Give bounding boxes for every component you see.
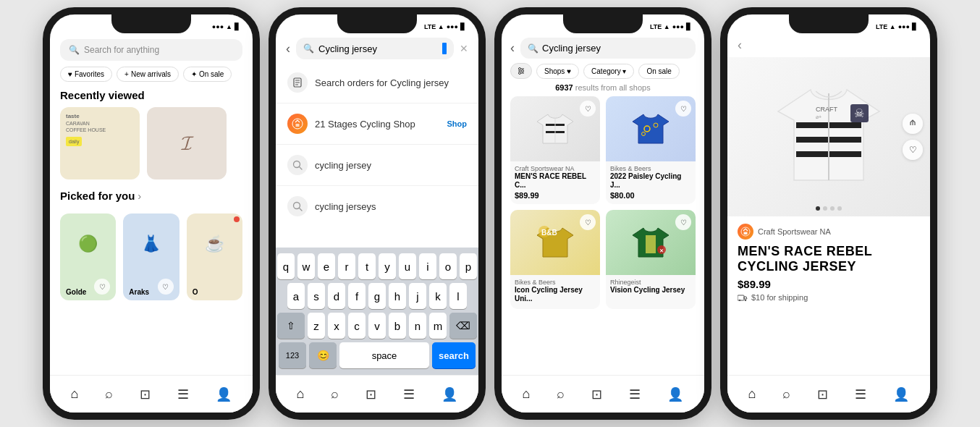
- key-a[interactable]: a: [287, 283, 305, 309]
- key-k[interactable]: k: [429, 283, 447, 309]
- product-brush[interactable]: 𝓘: [147, 107, 227, 179]
- product-3[interactable]: B&B ♡ Bikes & Beers Icon Cycling Jersey …: [510, 210, 600, 309]
- favorites-tag[interactable]: ♥ Favorites: [60, 67, 112, 82]
- key-search[interactable]: search: [432, 342, 476, 368]
- nav-home-3[interactable]: ⌂: [523, 386, 531, 402]
- signal-icon-1: ●●●: [212, 23, 224, 30]
- heart-4[interactable]: ♡: [675, 214, 691, 230]
- key-backspace[interactable]: ⌫: [449, 313, 477, 339]
- svg-text:B&B: B&B: [541, 229, 557, 237]
- suggestion-jersey[interactable]: cycling jersey: [276, 148, 478, 182]
- heart-2[interactable]: ♡: [675, 101, 691, 117]
- product-1[interactable]: ♡ Craft Sportswear NA MEN'S RACE REBEL C…: [510, 96, 600, 204]
- nav-profile-3[interactable]: 👤: [667, 386, 683, 402]
- battery-icon-3: ▊: [686, 23, 691, 30]
- seller-icon: [738, 224, 753, 240]
- key-y[interactable]: y: [379, 253, 396, 279]
- back-button-4[interactable]: ‹: [738, 38, 742, 53]
- product-details-info: Craft Sportswear NA MEN'S RACE REBEL CYC…: [727, 216, 930, 309]
- key-f[interactable]: f: [348, 283, 366, 309]
- key-b[interactable]: b: [389, 313, 406, 339]
- filter-category[interactable]: Category ▾: [583, 64, 634, 79]
- key-r[interactable]: r: [338, 253, 355, 279]
- nav-search-3[interactable]: ⌕: [557, 386, 565, 402]
- clear-button-2[interactable]: ✕: [460, 43, 468, 54]
- filter-onsale[interactable]: On sale: [638, 64, 679, 79]
- nav-profile-1[interactable]: 👤: [216, 386, 232, 402]
- key-z[interactable]: z: [308, 313, 325, 339]
- nav-cart-1[interactable]: ⊡: [140, 386, 151, 402]
- key-n[interactable]: n: [409, 313, 426, 339]
- product-2[interactable]: ♡ Bikes & Beers 2022 Paisley Cycling J..…: [606, 96, 696, 204]
- key-o[interactable]: o: [439, 253, 457, 279]
- product-caravan[interactable]: taste CARAVAN COFFEE HOUSE daily: [60, 107, 140, 179]
- back-button-3[interactable]: ‹: [510, 41, 515, 56]
- key-d[interactable]: d: [328, 283, 345, 309]
- search-bar-3[interactable]: 🔍 Cycling jersey: [520, 38, 696, 59]
- key-q[interactable]: q: [277, 253, 295, 279]
- nav-search-2[interactable]: ⌕: [331, 386, 339, 402]
- key-space[interactable]: space: [339, 342, 429, 368]
- share-button[interactable]: [903, 114, 923, 134]
- product-title-4: MEN'S RACE REBEL CYCLING JERSEY: [738, 244, 920, 274]
- search-input-bar-2[interactable]: 🔍 Cycling jersey: [296, 38, 454, 59]
- orders-suggestion-text: Search orders for Cycling jersey: [315, 77, 467, 88]
- wishlist-button[interactable]: ♡: [903, 140, 923, 160]
- key-g[interactable]: g: [368, 283, 386, 309]
- key-e[interactable]: e: [318, 253, 335, 279]
- nav-search-4[interactable]: ⌕: [782, 386, 790, 402]
- key-x[interactable]: x: [328, 313, 345, 339]
- nav-profile-4[interactable]: 👤: [893, 386, 909, 402]
- nav-search-1[interactable]: ⌕: [105, 386, 113, 402]
- suggestion-orders[interactable]: Search orders for Cycling jersey: [276, 65, 478, 100]
- nav-orders-3[interactable]: ☰: [629, 386, 641, 402]
- heart-3[interactable]: ♡: [580, 214, 596, 230]
- key-shift[interactable]: ⇧: [277, 313, 305, 339]
- product-other[interactable]: ☕ O: [187, 214, 242, 300]
- nav-cart-2[interactable]: ⊡: [366, 386, 376, 402]
- heart-golde[interactable]: ♡: [94, 279, 110, 295]
- suggestion-shop[interactable]: 21 Stages Cycling Shop Shop: [276, 106, 478, 141]
- key-emoji[interactable]: 😊: [309, 342, 337, 368]
- key-123[interactable]: 123: [279, 342, 306, 368]
- on-sale-tag[interactable]: ✦ On sale: [183, 67, 232, 82]
- product-4[interactable]: ✕ ♡ Rhinegeist Vision Cycling Jersey: [606, 210, 696, 309]
- nav-orders-4[interactable]: ☰: [855, 386, 866, 402]
- key-i[interactable]: i: [419, 253, 436, 279]
- filter-adjust[interactable]: [510, 63, 532, 79]
- product-golde[interactable]: 🟢 ♡ Golde: [60, 214, 116, 300]
- key-m[interactable]: m: [429, 313, 447, 339]
- key-t[interactable]: t: [358, 253, 376, 279]
- search-bar-1[interactable]: 🔍 Search for anything: [60, 39, 242, 61]
- svg-text:☠: ☠: [854, 107, 864, 119]
- key-v[interactable]: v: [368, 313, 386, 339]
- nav-orders-2[interactable]: ☰: [403, 386, 415, 402]
- key-h[interactable]: h: [389, 283, 406, 309]
- product-side-buttons: ♡: [903, 114, 923, 160]
- phone-home: ●●● ▲ ▊ 🔍 Search for anything ♥ Favorite…: [43, 7, 260, 420]
- product-araks[interactable]: 👗 ♡ Araks: [123, 214, 179, 300]
- nav-cart-3[interactable]: ⊡: [591, 386, 602, 402]
- back-button-2[interactable]: ‹: [286, 41, 290, 56]
- bottom-nav-1: ⌂ ⌕ ⊡ ☰ 👤: [50, 375, 253, 413]
- key-s[interactable]: s: [308, 283, 325, 309]
- new-arrivals-tag[interactable]: + New arrivals: [117, 67, 179, 82]
- product-name-1: MEN'S RACE REBEL C...: [515, 172, 596, 190]
- heart-1[interactable]: ♡: [580, 101, 596, 117]
- key-p[interactable]: p: [460, 253, 477, 279]
- key-l[interactable]: l: [449, 283, 467, 309]
- key-j[interactable]: j: [409, 283, 426, 309]
- nav-cart-4[interactable]: ⊡: [817, 386, 828, 402]
- heart-araks[interactable]: ♡: [158, 279, 174, 295]
- key-c[interactable]: c: [348, 313, 366, 339]
- nav-orders-1[interactable]: ☰: [177, 386, 189, 402]
- suggestion-jerseys[interactable]: cycling jerseys: [276, 189, 478, 224]
- filter-shops[interactable]: Shops ♥: [536, 64, 579, 79]
- nav-home-2[interactable]: ⌂: [297, 386, 305, 402]
- nav-profile-2[interactable]: 👤: [442, 386, 457, 402]
- nav-home-1[interactable]: ⌂: [71, 386, 79, 402]
- key-u[interactable]: u: [399, 253, 416, 279]
- key-w[interactable]: w: [297, 253, 315, 279]
- signal-icon-3: ●●●: [672, 23, 684, 30]
- nav-home-4[interactable]: ⌂: [748, 386, 756, 402]
